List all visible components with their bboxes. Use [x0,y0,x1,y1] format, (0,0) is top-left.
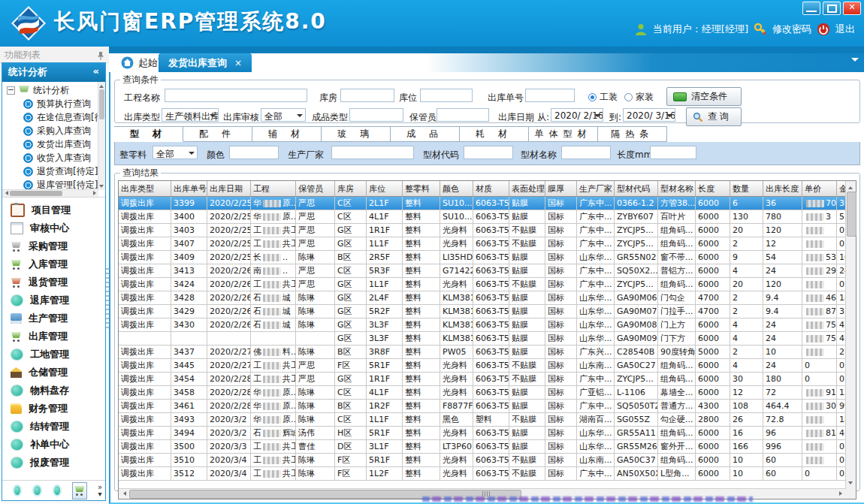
profile-code-input[interactable] [464,146,513,159]
profile-name-input[interactable] [561,146,611,159]
scrollbar-thumb[interactable] [10,191,62,196]
table-row[interactable]: 调拨出库34282020/2/26石城陈琳G区2L4F整料KLM38176063… [119,291,846,305]
table-row[interactable]: 调拨出库33992020/2/25华原..严思C区2L1F整料SU10...60… [119,197,846,210]
sidebar-menu-item[interactable]: 采购管理 [2,237,105,255]
table-row[interactable]: 调拨出库34372020/2/27佛料..陈琳B区3R8F整料PW056063-… [119,346,846,359]
tree-expand-icon[interactable] [7,86,15,95]
logout-link[interactable]: 退出 [835,23,855,36]
keeper-input[interactable] [437,108,489,122]
scroll-down-icon[interactable] [846,479,856,489]
column-header[interactable]: 长度 [696,181,730,197]
column-header[interactable]: 膜厚 [545,181,577,197]
warehouse-input[interactable] [340,89,394,102]
scroll-up-icon[interactable] [846,181,856,191]
radio-gongzhuang[interactable]: 工装 [588,91,618,104]
column-header[interactable]: 整零料 [403,181,440,197]
column-header[interactable]: 出库单号 [171,181,207,197]
material-tab[interactable]: 耗 材 [460,126,529,142]
length-input[interactable] [650,146,696,159]
table-row[interactable]: 调拨出库34302020/2/26石城陈琳G区3L3F整料KLM38176063… [119,318,846,332]
table-row[interactable]: 调拨出库35102020/3/4工共工程陈琳F区5R1F整料光身料6063-T5… [119,454,846,467]
sidebar-menu-item[interactable]: 物料盘存 [2,382,105,400]
material-tab[interactable]: 型 材 [114,126,183,142]
sidebar-menu-item[interactable]: 退货管理 [2,273,105,291]
date-to-select[interactable]: 2020/ 3/16 [623,108,675,122]
tree-item[interactable]: 退货查询[待定] [2,164,98,178]
table-row[interactable]: 调拨出库34242020/2/26工共工程严思G区1L1F整料光身料6063-T… [119,278,846,291]
product-type-input[interactable] [349,108,403,122]
sidebar-menu-item[interactable]: 生产管理 [2,309,105,327]
audit-select[interactable]: 全部 [261,108,306,122]
material-tab[interactable]: 辅 材 [252,126,322,142]
collapse-icon[interactable]: « [93,65,99,82]
table-row[interactable]: 调拨出库34092020/2/25长..陈琳B区2R5F整料LI35HD6063… [119,251,846,264]
module-dot-icon[interactable] [32,484,41,496]
sidebar-menu-item[interactable]: 项目管理 [2,201,105,219]
column-header[interactable]: 表面处理 [509,181,545,197]
column-header[interactable]: 出库长度 [763,181,802,197]
scroll-right-icon[interactable] [836,489,846,499]
column-header[interactable]: 生产厂家 [577,181,615,197]
tree-item[interactable]: 采购入库查询 [2,124,98,137]
table-row[interactable]: 调拨出库34932020/3/2华原..陈琳C区1L1F整料黑色塑料不贴膜国标湖… [119,413,846,427]
material-tab[interactable]: 成 品 [391,126,460,142]
material-tab[interactable]: 配 件 [183,126,252,142]
tab-close-icon[interactable]: × [234,58,242,68]
table-row[interactable]: 调拨出库34452020/2/27工共工程严思F区5R1F整料光身料6063-T… [119,359,846,373]
grid-vertical-scrollbar[interactable] [845,181,856,489]
pin-icon[interactable] [97,51,104,60]
sidebar-menu-item[interactable]: 仓储管理 [2,364,105,382]
column-header[interactable]: 型材代码 [615,181,658,197]
statistics-module-button[interactable] [72,482,87,499]
table-row[interactable]: 调拨出库34002020/2/25华原..严思C区4L1F整料SU10...60… [119,210,846,224]
outbound-type-select[interactable]: 生产领料出库 [162,108,219,122]
tree-horizontal-scrollbar[interactable] [2,189,98,197]
minimize-button[interactable] [802,2,820,15]
tree-root-statistics[interactable]: 统计分析 [2,83,98,97]
column-header[interactable]: 保管员 [296,181,335,197]
search-button[interactable]: 查 询 [686,107,742,126]
factory-input[interactable] [331,146,414,159]
column-header[interactable]: 出库日期 [207,181,251,197]
sidebar-menu-item[interactable]: 补单中心 [2,436,105,454]
column-header[interactable]: 数量 [730,181,763,197]
material-tab[interactable]: 隔热条 [598,126,667,142]
column-header[interactable]: 出库类型 [119,181,171,197]
table-row[interactable]: 调拨出库35002020/3/3工共工程曹佳D区3L1F整料LT3P606063… [119,440,846,454]
column-header[interactable]: 单价 [802,181,837,197]
sidebar-menu-item[interactable]: 出库管理 [2,327,105,346]
zhengling-select[interactable]: 全部 [153,146,198,159]
table-row[interactable]: 调拨出库34612020/2/28华原..陈琳B区1R2F整料F8877FT60… [119,400,846,413]
sidebar-menu-item[interactable]: 报废管理 [2,454,105,472]
tree-item[interactable]: 预算执行查询 [2,97,98,110]
sidebar-menu-item[interactable]: 工地管理 [2,346,105,364]
tree-item[interactable]: 在途信息查询[待 [2,110,98,124]
scrollbar-thumb[interactable] [847,192,856,237]
order-no-input[interactable] [525,89,575,102]
radio-jiazhuang[interactable]: 家装 [624,91,654,104]
material-tab[interactable]: 玻 璃 [322,126,391,142]
table-row[interactable]: G区3L3F整料KLM38176063-T5贴膜国标山东华...GA90M09.… [119,332,846,346]
table-row[interactable]: 调拨出库34542020/2/28工共工程严思G区1R1F整料光身料6063-T… [119,373,846,386]
clear-conditions-button[interactable]: 清空条件 [666,87,742,106]
table-row[interactable]: 调拨出库34292020/2/26石城陈琳G区5R2F整料KLM38176063… [119,305,846,318]
tree-vertical-scrollbar[interactable] [98,82,105,190]
column-header[interactable]: 材质 [473,181,509,197]
table-row[interactable]: 调拨出库35122020/3/4工共工程陈琳F区1L2F整料光身料6063-T5… [119,467,846,481]
project-name-input[interactable] [165,89,307,102]
change-password-link[interactable]: 修改密码 [772,23,811,36]
close-button[interactable]: ✕ [843,2,861,15]
radio-unselected-icon[interactable] [624,93,633,101]
overflow-button[interactable]: »▾ [98,484,102,497]
material-tab[interactable]: 单体型材 [529,126,598,142]
sidebar-menu-item[interactable]: 结转管理 [2,418,105,436]
scrollbar-thumb[interactable] [99,89,104,119]
column-header[interactable]: 型材名称 [658,181,696,197]
sidebar-menu-item[interactable]: 审核中心 [2,219,105,237]
date-from-select[interactable]: 2020/ 2/16 [551,108,603,122]
tree-item[interactable]: 发货出库查询 [2,137,98,151]
scroll-left-icon[interactable] [119,489,128,499]
column-header[interactable]: 颜色 [440,181,473,197]
column-header[interactable]: 库房 [335,181,367,197]
radio-selected-icon[interactable] [588,93,597,101]
